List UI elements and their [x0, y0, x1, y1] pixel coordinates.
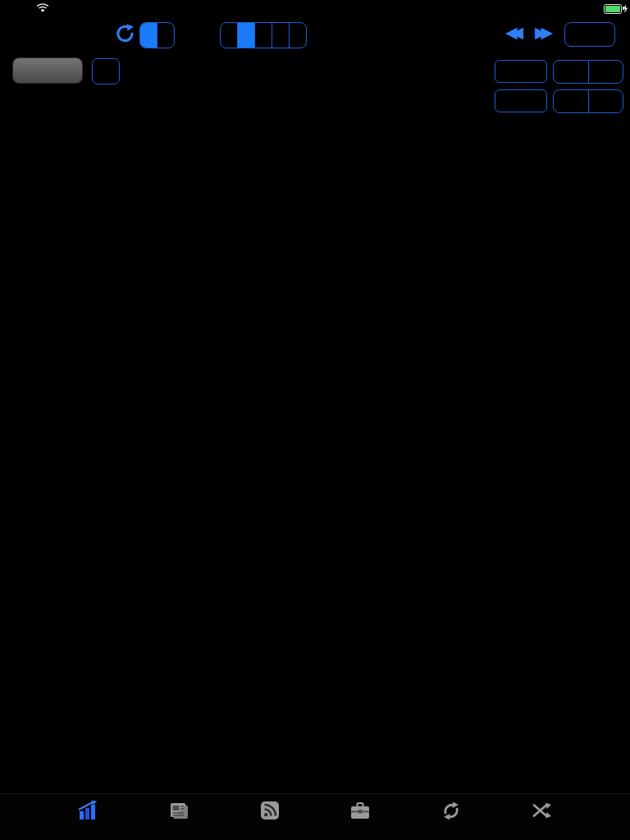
tab-vix[interactable]: [496, 797, 587, 840]
vix-icon: [530, 800, 555, 823]
tab-my-portfolio[interactable]: [315, 797, 406, 840]
briefcase-icon: [348, 800, 372, 823]
tab-user-guide[interactable]: [134, 797, 225, 840]
tab-chart[interactable]: [43, 797, 134, 840]
user-guide-icon: [167, 800, 191, 823]
chart-canvas: [0, 0, 630, 840]
pairs-icon: [439, 800, 463, 823]
chart-tab-icon: [75, 800, 100, 823]
tab-pairs[interactable]: [406, 797, 497, 840]
tab-bar: [0, 793, 630, 840]
tab-rss[interactable]: [224, 797, 315, 840]
rss-icon: [258, 800, 282, 823]
